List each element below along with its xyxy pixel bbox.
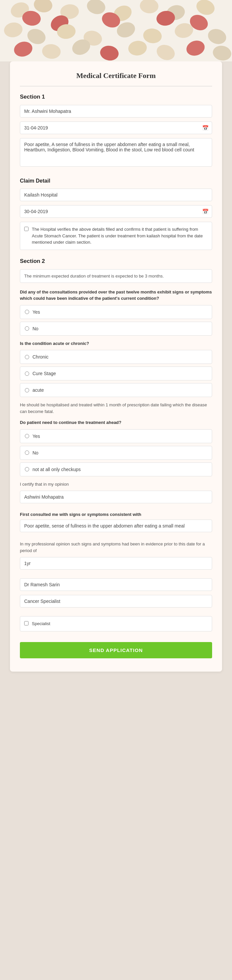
hospital-input[interactable] bbox=[20, 189, 212, 201]
first-consulted-label: First consulted me with signs or symptom… bbox=[20, 512, 212, 517]
continue-question: Do patient need to continue the treatmen… bbox=[20, 419, 212, 426]
pills-container bbox=[0, 0, 232, 61]
verification-container: The Hospital verifies the above details … bbox=[20, 222, 212, 250]
continue-yes-option[interactable]: Yes bbox=[20, 429, 212, 443]
continue-notall-label: not at all only checkups bbox=[33, 467, 81, 472]
consultation-no-label: No bbox=[33, 326, 38, 331]
continue-no-radio[interactable] bbox=[25, 450, 29, 455]
date2-input[interactable] bbox=[20, 205, 212, 218]
claim-detail-title: Claim Detail bbox=[20, 178, 212, 184]
specialist-checkbox-label: Specialist bbox=[32, 620, 51, 627]
continue-no-option[interactable]: No bbox=[20, 446, 212, 460]
period-input[interactable] bbox=[20, 557, 212, 570]
form-card: Medical Certificate Form Section 1 📅 Poo… bbox=[10, 61, 222, 671]
condition-acute-option[interactable]: acute bbox=[20, 383, 212, 397]
section2: Section 2 The minimum expected duration … bbox=[20, 258, 212, 658]
duration-info: The minimum expected duration of treatme… bbox=[20, 269, 212, 283]
consultation-yes-radio[interactable] bbox=[25, 310, 29, 314]
date1-input[interactable] bbox=[20, 121, 212, 134]
specialist-checkbox-container: Specialist bbox=[20, 616, 212, 632]
condition-chronic-option[interactable]: Chronic bbox=[20, 350, 212, 364]
continue-block: Do patient need to continue the treatmen… bbox=[20, 419, 212, 476]
condition-chronic-radio[interactable] bbox=[25, 355, 29, 359]
specialist-type-input[interactable] bbox=[20, 595, 212, 608]
consultation-question: Did any of the consultations provided ov… bbox=[20, 289, 212, 302]
divider bbox=[20, 86, 212, 86]
certify-name-input[interactable] bbox=[20, 491, 212, 503]
condition-block: Is the condition acute or chronic? Chron… bbox=[20, 340, 212, 398]
continue-notall-radio[interactable] bbox=[25, 467, 29, 471]
condition-chronic-label: Chronic bbox=[33, 354, 48, 360]
consultation-no-radio[interactable] bbox=[25, 326, 29, 331]
continue-no-label: No bbox=[33, 450, 38, 455]
continue-yes-radio[interactable] bbox=[25, 434, 29, 438]
send-application-button[interactable]: SEND APPLICATION bbox=[20, 642, 212, 658]
certify-label: I certify that in my opinion bbox=[20, 481, 212, 488]
first-consulted-input[interactable] bbox=[20, 520, 212, 532]
professional-opinion-block: In my professional opinion such signs an… bbox=[20, 541, 212, 574]
verification-checkbox[interactable] bbox=[24, 227, 28, 231]
consultation-yes-label: Yes bbox=[33, 309, 40, 315]
doctor-block bbox=[20, 578, 212, 611]
condition-cure-radio[interactable] bbox=[25, 371, 29, 376]
calendar2-icon: 📅 bbox=[202, 208, 209, 215]
section1-title: Section 1 bbox=[20, 94, 212, 100]
consultation-yes-option[interactable]: Yes bbox=[20, 305, 212, 319]
condition-cure-label: Cure Stage bbox=[33, 371, 56, 376]
condition-acute-label: acute bbox=[33, 387, 44, 393]
page-wrapper: Medical Certificate Form Section 1 📅 Poo… bbox=[0, 0, 232, 980]
date1-wrapper: 📅 bbox=[20, 121, 212, 134]
professional-opinion-label: In my professional opinion such signs an… bbox=[20, 541, 212, 554]
consultation-no-option[interactable]: No bbox=[20, 322, 212, 336]
calendar-icon: 📅 bbox=[202, 125, 209, 131]
hospital-info: He should be hospitalised and treated wi… bbox=[20, 402, 212, 415]
hero-image bbox=[0, 0, 232, 61]
form-title: Medical Certificate Form bbox=[20, 72, 212, 80]
date2-wrapper: 📅 bbox=[20, 205, 212, 218]
patient-name-input[interactable] bbox=[20, 105, 212, 118]
symptoms-textarea[interactable]: Poor apetite, A sense of fullness in the… bbox=[20, 138, 212, 167]
doctor-name-input[interactable] bbox=[20, 578, 212, 591]
condition-question: Is the condition acute or chronic? bbox=[20, 340, 212, 347]
continue-yes-label: Yes bbox=[33, 434, 40, 439]
section1: Section 1 📅 Poor apetite, A sense of ful… bbox=[20, 94, 212, 250]
certify-block: I certify that in my opinion bbox=[20, 481, 212, 508]
specialist-checkbox[interactable] bbox=[24, 621, 28, 625]
first-consulted-block: First consulted me with signs or symptom… bbox=[20, 512, 212, 536]
section2-title: Section 2 bbox=[20, 258, 212, 264]
consultation-block: Did any of the consultations provided ov… bbox=[20, 289, 212, 336]
condition-acute-radio[interactable] bbox=[25, 388, 29, 392]
condition-cure-option[interactable]: Cure Stage bbox=[20, 366, 212, 380]
continue-notall-option[interactable]: not at all only checkups bbox=[20, 463, 212, 476]
verification-text: The Hospital verifies the above details … bbox=[32, 226, 208, 246]
